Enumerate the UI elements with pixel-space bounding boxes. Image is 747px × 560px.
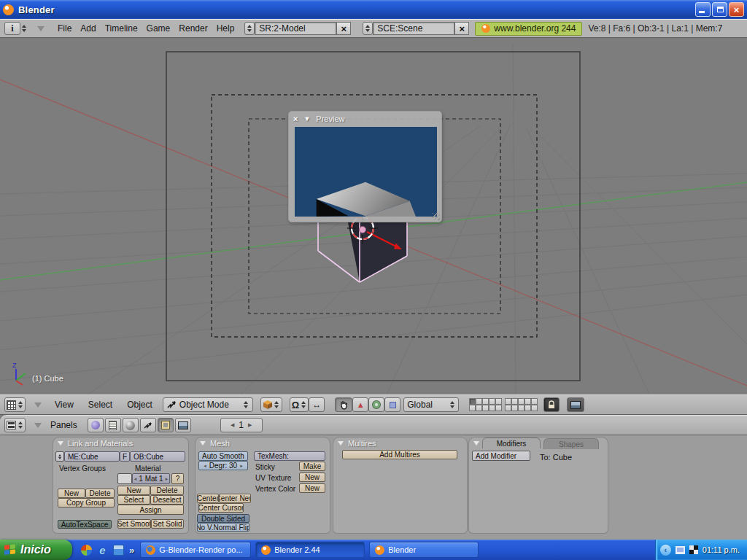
menu-file[interactable]: File xyxy=(53,23,76,34)
mesh-name-field[interactable]: ME:Cube xyxy=(64,451,120,462)
shading-context-button[interactable] xyxy=(123,418,139,432)
tab-modifiers[interactable]: Modifiers xyxy=(482,438,541,448)
mat-delete-button[interactable]: Delete xyxy=(150,486,184,495)
no-vnormal-flip-toggle[interactable]: No V.Normal Flip xyxy=(197,523,249,532)
task-button-blender[interactable]: Blender xyxy=(369,542,479,558)
material-query-button[interactable]: ? xyxy=(171,473,184,484)
autotexspace-toggle[interactable]: AutoTexSpace xyxy=(58,520,112,529)
menu-game[interactable]: Game xyxy=(142,23,175,34)
logic-context-button[interactable] xyxy=(88,418,104,432)
preview-panel-header[interactable]: × ▼ Preview xyxy=(289,112,441,126)
center-button[interactable]: Center xyxy=(197,494,219,503)
editor-type-button[interactable] xyxy=(4,397,26,412)
menu-help[interactable]: Help xyxy=(212,23,239,34)
window-titlebar[interactable]: Blender × xyxy=(0,0,747,19)
menu-select[interactable]: Select xyxy=(84,400,117,410)
preview-collapse-icon[interactable]: ▼ xyxy=(303,115,310,122)
draw-type-button[interactable] xyxy=(260,397,282,412)
scene-browse-stepper[interactable] xyxy=(363,22,373,35)
header-collapse-icon[interactable] xyxy=(34,402,42,408)
preview-close-icon[interactable]: × xyxy=(293,114,298,123)
editing-context-button[interactable] xyxy=(158,418,174,432)
panel-collapse-icon[interactable] xyxy=(58,441,63,446)
quicklaunch-overflow-icon[interactable]: » xyxy=(129,545,134,556)
mat-prev-icon[interactable]: ◂ xyxy=(134,476,137,482)
panel-header[interactable]: Mesh xyxy=(196,438,330,449)
mesh-browse-button[interactable] xyxy=(55,451,64,462)
manipulator-toggle-button[interactable]: ↔ xyxy=(309,397,325,412)
menu-view[interactable]: View xyxy=(50,400,78,410)
task-button-firefox[interactable]: G-Blender-Render po... xyxy=(140,542,251,558)
panels-menu[interactable]: Panels xyxy=(50,420,77,430)
panel-collapse-icon[interactable] xyxy=(200,441,206,446)
object-context-button[interactable] xyxy=(140,418,156,432)
degr-prev-icon[interactable]: ◂ xyxy=(204,463,206,469)
assign-button[interactable]: Assign xyxy=(117,505,184,515)
fake-user-button[interactable]: F xyxy=(120,451,130,462)
deselect-button[interactable]: Deselect xyxy=(150,495,184,505)
scene-context-button[interactable] xyxy=(175,418,191,432)
mode-selector[interactable]: Object Mode xyxy=(163,397,253,412)
degr-stepper[interactable]: ◂Degr: 30▸ xyxy=(198,461,248,470)
add-modifier-button[interactable]: Add Modifier xyxy=(472,451,530,461)
panel-header[interactable]: Link and Materials xyxy=(53,438,188,449)
sticky-make-button[interactable]: Make xyxy=(299,462,325,471)
panel-mesh[interactable]: Mesh Auto Smooth ◂Degr: 30▸ TexMesh: Sti… xyxy=(196,438,330,533)
screen-name-field[interactable]: SR:2-Model xyxy=(255,22,336,35)
restore-button[interactable] xyxy=(712,2,727,17)
viewport-3d[interactable]: Z (1) Cube × ▼ Preview xyxy=(0,38,747,394)
preview-panel[interactable]: × ▼ Preview xyxy=(288,111,442,222)
header-collapse-icon[interactable] xyxy=(34,423,42,428)
frame-next-icon[interactable]: ▶ xyxy=(248,422,252,428)
header-collapse-icon[interactable] xyxy=(37,26,44,31)
render-preview-button[interactable] xyxy=(567,397,584,412)
panel-link-and-materials[interactable]: Link and Materials ME:Cube F OB:Cube Ver… xyxy=(53,438,188,533)
add-multires-button[interactable]: Add Multires xyxy=(342,450,457,459)
outlook-express-icon[interactable] xyxy=(113,545,124,556)
frame-prev-icon[interactable]: ◀ xyxy=(231,422,234,428)
mat-new-button[interactable]: New xyxy=(117,486,150,495)
material-color-swatch[interactable] xyxy=(117,473,132,484)
center-new-button[interactable]: Center New xyxy=(219,494,251,503)
tab-shapes[interactable]: Shapes xyxy=(543,438,599,449)
script-context-button[interactable] xyxy=(105,418,121,432)
start-button[interactable]: Inicio xyxy=(0,540,72,560)
lock-layers-button[interactable] xyxy=(543,397,560,412)
vgroup-new-button[interactable]: New xyxy=(58,489,85,498)
texmesh-field[interactable]: TexMesh: xyxy=(254,451,325,461)
center-cursor-button[interactable]: Center Cursor xyxy=(198,503,244,513)
manipulator-rotate-button[interactable] xyxy=(368,397,384,412)
uv-texture-new-button[interactable]: New xyxy=(299,472,325,482)
screen-browse-stepper[interactable] xyxy=(244,22,255,35)
panel-modifiers[interactable]: Modifiers Shapes Add Modifier To: Cube xyxy=(469,438,608,533)
menu-add[interactable]: Add xyxy=(76,23,100,34)
panel-collapse-icon[interactable] xyxy=(338,441,344,446)
manipulator-hand-button[interactable] xyxy=(335,397,352,412)
panel-header[interactable]: Multires xyxy=(333,438,467,449)
minimize-button[interactable] xyxy=(695,2,711,17)
layer-buttons-left[interactable] xyxy=(469,398,502,411)
orientation-selector[interactable]: Global xyxy=(403,397,459,412)
object-name-field[interactable]: OB:Cube xyxy=(130,451,185,462)
manipulator-scale-button[interactable] xyxy=(384,397,400,412)
panel-multires[interactable]: Multires Add Multires xyxy=(333,438,467,533)
frame-counter[interactable]: ◀ 1 ▶ xyxy=(220,418,263,432)
material-index-stepper[interactable]: ◂1 Mat 1▸ xyxy=(132,473,170,484)
task-button-blender-244[interactable]: Blender 2.44 xyxy=(255,542,365,558)
panel-collapse-icon[interactable] xyxy=(473,441,479,446)
preview-resize-grip[interactable] xyxy=(433,213,440,220)
set-smooth-button[interactable]: Set Smoot xyxy=(117,519,151,529)
close-button[interactable]: × xyxy=(729,2,744,17)
degr-next-icon[interactable]: ▸ xyxy=(240,463,243,469)
copy-group-button[interactable]: Copy Group xyxy=(58,498,115,508)
auto-smooth-toggle[interactable]: Auto Smooth xyxy=(198,451,248,461)
screen-delete-button[interactable]: × xyxy=(336,22,351,35)
layer-buttons-right[interactable] xyxy=(505,398,538,411)
manipulator-translate-button[interactable]: ▲ xyxy=(352,397,368,412)
editor-type-button[interactable] xyxy=(4,418,26,432)
select-button[interactable]: Select xyxy=(117,495,150,505)
menu-object[interactable]: Object xyxy=(123,400,157,410)
scene-delete-button[interactable]: × xyxy=(454,22,469,35)
media-player-icon[interactable] xyxy=(81,545,92,556)
double-sided-toggle[interactable]: Double Sided xyxy=(197,514,249,523)
